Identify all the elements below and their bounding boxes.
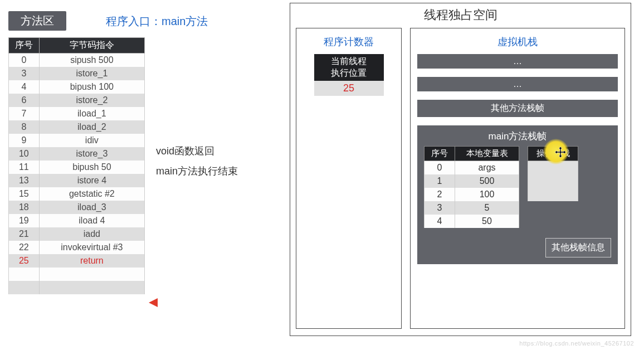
svg-marker-0 [149,298,158,307]
thread-exclusive-space: 线程独占空间 程序计数器 当前线程 执行位置 25 虚拟机栈 … … 其他方法栈… [290,3,631,336]
other-frame-info: 其他栈帧信息 [545,238,611,257]
cell-instruction: istore_1 [39,67,144,80]
stack-frame-placeholder-2: … [417,77,618,91]
bytecode-table-head: 序号 字节码指令 [9,38,145,54]
cell-empty [528,174,578,188]
lv-header-name: 本地变量表 [455,147,519,161]
table-row [9,281,145,294]
bytecode-table: 序号 字节码指令 0sipush 5003istore_14bipush 100… [8,37,145,294]
table-row: 13istore 4 [9,174,145,187]
local-var-table: 序号 本地变量表 0args1500210035450 [424,146,519,228]
table-row: 7iload_1 [9,107,145,120]
table-row: 1500 [425,174,519,188]
cell-index: 3 [425,201,455,215]
cell-empty [528,161,578,174]
annotation-line-1: void函数返回 [156,141,238,161]
cell-index: 11 [9,161,40,174]
cell-index: 10 [9,147,40,161]
main-method-frame: main方法栈帧 序号 本地变量表 0args1500210035450 操作数… [417,125,618,264]
cell-index: 4 [425,215,455,228]
stack-frame-placeholder-1: … [417,54,618,69]
table-row: 450 [425,215,519,228]
operand-stack-table: 操作数栈 [528,146,578,201]
cell-instruction: getstatic #2 [39,187,144,201]
program-counter-title: 程序计数器 [301,35,397,48]
program-counter-header: 当前线程 执行位置 [314,54,384,81]
table-row: 2100 [425,188,519,201]
cell-value: args [455,161,519,174]
table-row: 19iload 4 [9,214,145,227]
cell-index: 9 [9,134,40,147]
cell-instruction: iload_1 [39,107,144,120]
cell-index: 1 [425,174,455,188]
cell-index: 7 [9,107,40,120]
table-row: 0args [425,161,519,174]
cell-index: 15 [9,187,40,201]
cell-instruction: idiv [39,134,144,147]
cell-index: 2 [425,188,455,201]
cell-instruction [39,281,144,294]
vm-stack-box: 虚拟机栈 … … 其他方法栈帧 main方法栈帧 序号 本地变量表 0args1… [410,28,625,329]
cell-index: 0 [425,161,455,174]
cell-instruction: iload_2 [39,120,144,134]
cell-index: 19 [9,214,40,227]
cell-instruction: bipush 50 [39,161,144,174]
cell-index [9,268,40,281]
main-frame-title: main方法栈帧 [424,130,611,143]
cell-empty [528,188,578,201]
cell-index: 22 [9,241,40,254]
local-var-body: 0args1500210035450 [425,161,519,228]
table-row: 3istore_1 [9,67,145,80]
entry-point-label: 程序入口：main方法 [106,14,208,29]
table-row: 21iadd [9,227,145,241]
table-row: 11bipush 50 [9,161,145,174]
lv-header-index: 序号 [425,147,455,161]
table-row [528,188,578,201]
annotation-text: void函数返回 main方法执行结束 [156,141,238,181]
table-row: 6istore_2 [9,94,145,107]
table-row: 35 [425,201,519,215]
other-method-frame-bar: 其他方法栈帧 [417,100,618,117]
table-row: 18iload_3 [9,201,145,214]
cell-index [9,281,40,294]
pc-header-line1: 当前线程 [331,56,367,66]
method-area-section: 方法区 序号 字节码指令 0sipush 5003istore_14bipush… [8,11,145,294]
operand-stack-header: 操作数栈 [528,147,578,161]
pc-header-line2: 执行位置 [331,68,367,77]
cell-instruction [39,268,144,281]
operand-stack-body [528,161,578,201]
cell-instruction: iadd [39,227,144,241]
cell-index: 13 [9,174,40,187]
table-row [528,174,578,188]
bytecode-table-body: 0sipush 5003istore_14bipush 1006istore_2… [9,54,145,294]
table-row: 4bipush 100 [9,80,145,94]
local-var-head: 序号 本地变量表 [425,147,519,161]
table-row: 8iload_2 [9,120,145,134]
table-row: 0sipush 500 [9,54,145,67]
thread-title: 线程独占空间 [296,7,625,23]
program-counter-value: 25 [314,81,384,96]
cell-index: 21 [9,227,40,241]
table-row: 22invokevirtual #3 [9,241,145,254]
vm-stack-title: 虚拟机栈 [417,35,618,48]
main-frame-row: 序号 本地变量表 0args1500210035450 操作数栈 [424,146,611,228]
cell-instruction: istore_3 [39,147,144,161]
table-row: 9idiv [9,134,145,147]
col-header-instruction: 字节码指令 [39,38,144,54]
program-counter-box: 程序计数器 当前线程 执行位置 25 [296,28,402,329]
thread-columns: 程序计数器 当前线程 执行位置 25 虚拟机栈 … … 其他方法栈帧 main方… [296,28,625,329]
cell-instruction: bipush 100 [39,80,144,94]
table-row: 25return [9,254,145,268]
program-counter-block: 当前线程 执行位置 25 [314,54,384,96]
col-header-index: 序号 [9,38,40,54]
cell-value: 5 [455,201,519,215]
cell-instruction: iload_3 [39,201,144,214]
cell-index: 8 [9,120,40,134]
annotation-line-2: main方法执行结束 [156,161,238,181]
table-row [528,161,578,174]
cell-instruction: istore_2 [39,94,144,107]
cell-index: 0 [9,54,40,67]
cell-value: 500 [455,174,519,188]
cell-instruction: invokevirtual #3 [39,241,144,254]
cell-instruction: iload 4 [39,214,144,227]
